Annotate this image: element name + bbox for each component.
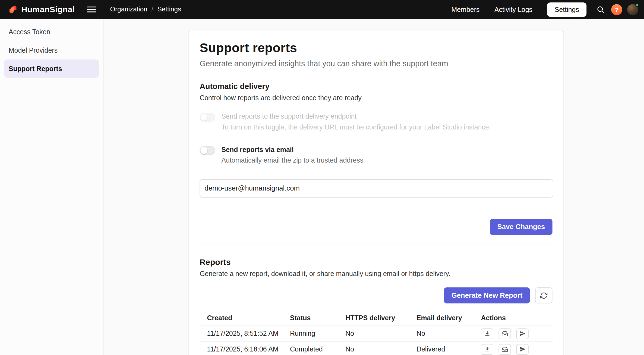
user-avatar[interactable]: [627, 4, 638, 15]
toggle-knob: [200, 114, 207, 121]
https-delivery-toggle-row: Send reports to the support delivery end…: [200, 112, 552, 131]
settings-sidebar: Access Token Model Providers Support Rep…: [0, 19, 104, 355]
generate-new-report-button[interactable]: Generate New Report: [444, 287, 530, 303]
help-button[interactable]: ?: [611, 4, 622, 15]
sidebar-item-access-token[interactable]: Access Token: [4, 23, 99, 41]
cell-created: 11/17/2025, 8:51:52 AM: [200, 326, 290, 341]
send-report-button[interactable]: [516, 328, 529, 339]
sidebar-item-support-reports[interactable]: Support Reports: [4, 59, 99, 78]
email-toggle-subtext: Automatically email the zip to a trusted…: [221, 156, 363, 164]
cell-created: 11/17/2025, 6:18:06 AM: [200, 341, 290, 355]
email-toggle-label: Send reports via email: [221, 146, 363, 154]
col-header-https-delivery: HTTPS delivery: [345, 312, 416, 326]
generate-row: Generate New Report: [200, 287, 552, 303]
https-toggle-label: Send reports to the support delivery end…: [221, 112, 489, 120]
table-row: 11/17/2025, 6:18:06 AM Completed No Deli…: [200, 341, 553, 355]
reports-description: Generate a new report, download it, or s…: [200, 270, 552, 278]
cell-email-delivery: Delivered: [416, 341, 481, 355]
col-header-email-delivery: Email delivery: [416, 312, 481, 326]
main-content: Support reports Generate anonymized insi…: [104, 19, 644, 355]
save-changes-button[interactable]: Save Changes: [490, 219, 552, 235]
reports-table: Created Status HTTPS delivery Email deli…: [200, 312, 553, 355]
download-report-button[interactable]: [481, 344, 493, 354]
col-header-status: Status: [290, 312, 345, 326]
send-icon: [519, 331, 526, 337]
breadcrumb-organization[interactable]: Organization: [110, 6, 147, 13]
brand-name: HumanSignal: [21, 5, 75, 14]
download-icon: [484, 346, 490, 352]
reports-heading: Reports: [200, 258, 552, 267]
breadcrumb-separator: /: [151, 6, 153, 13]
refresh-reports-button[interactable]: [535, 287, 553, 303]
download-report-button[interactable]: [481, 328, 493, 339]
trusted-email-input[interactable]: [200, 179, 553, 198]
email-toggle-texts: Send reports via email Automatically ema…: [221, 146, 363, 164]
cell-actions: [481, 326, 553, 341]
app-viewport: HumanSignal Organization / Settings Memb…: [0, 0, 644, 355]
toggle-knob: [200, 147, 207, 154]
sidebar-item-model-providers[interactable]: Model Providers: [4, 41, 99, 59]
brand[interactable]: HumanSignal: [10, 5, 75, 14]
online-status-dot: [635, 3, 639, 7]
email-delivery-toggle-row: Send reports via email Automatically ema…: [200, 146, 552, 164]
reports-table-header-row: Created Status HTTPS delivery Email deli…: [200, 312, 553, 326]
search-icon[interactable]: [594, 3, 607, 16]
breadcrumb-settings[interactable]: Settings: [157, 6, 181, 13]
cell-https-delivery: No: [345, 341, 416, 355]
page-subtitle: Generate anonymized insights that you ca…: [200, 59, 552, 68]
top-navbar: HumanSignal Organization / Settings Memb…: [0, 0, 644, 19]
https-toggle-texts: Send reports to the support delivery end…: [221, 112, 489, 131]
inbox-icon: [501, 346, 508, 353]
nav-link-activity-logs[interactable]: Activity Logs: [494, 5, 532, 13]
hamburger-menu-icon[interactable]: [86, 3, 98, 15]
email-delivery-toggle[interactable]: [200, 146, 215, 155]
section-divider: [200, 245, 552, 245]
automatic-delivery-heading: Automatic delivery: [200, 82, 552, 91]
nav-link-settings-active[interactable]: Settings: [547, 2, 587, 17]
cell-actions: [481, 341, 553, 355]
email-report-button[interactable]: [498, 344, 511, 354]
col-header-created: Created: [200, 312, 290, 326]
support-reports-card: Support reports Generate anonymized insi…: [188, 30, 564, 355]
cell-status: Running: [290, 326, 345, 341]
nav-link-members[interactable]: Members: [451, 5, 479, 13]
page-title: Support reports: [200, 41, 552, 55]
save-row: Save Changes: [200, 219, 552, 235]
cell-email-delivery: No: [416, 326, 481, 341]
automatic-delivery-description: Control how reports are delivered once t…: [200, 94, 552, 102]
inbox-icon: [501, 330, 508, 337]
reports-table-body: 11/17/2025, 8:51:52 AM Running No No: [200, 326, 553, 355]
cell-status: Completed: [290, 341, 345, 355]
download-icon: [484, 331, 490, 337]
https-delivery-toggle: [200, 113, 215, 122]
table-row: 11/17/2025, 8:51:52 AM Running No No: [200, 326, 553, 341]
https-toggle-subtext: To turn on this toggle, the delivery URL…: [221, 123, 489, 131]
send-icon: [519, 346, 526, 352]
col-header-actions: Actions: [481, 312, 553, 326]
cell-https-delivery: No: [345, 326, 416, 341]
breadcrumb: Organization / Settings: [110, 6, 181, 13]
humansignal-logo-icon: [10, 5, 18, 14]
send-report-button[interactable]: [516, 344, 529, 354]
email-report-button[interactable]: [498, 328, 511, 339]
refresh-icon: [540, 292, 547, 299]
